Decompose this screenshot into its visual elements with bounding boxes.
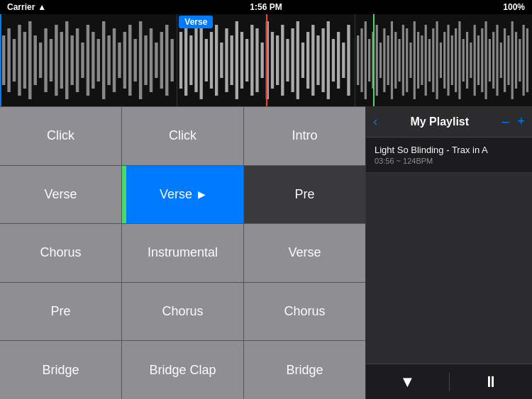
svg-rect-53 xyxy=(281,25,284,96)
svg-rect-105 xyxy=(499,43,501,78)
svg-rect-111 xyxy=(522,25,524,96)
status-time: 1:56 PM xyxy=(250,2,282,12)
svg-rect-98 xyxy=(473,25,475,96)
carrier-label: Carrier xyxy=(7,2,35,12)
svg-rect-83 xyxy=(417,32,419,89)
playhead-blue xyxy=(0,14,1,106)
pad-bridge-1[interactable]: Bridge xyxy=(0,341,121,399)
svg-rect-104 xyxy=(496,25,498,96)
waveform-section-3[interactable] xyxy=(355,14,532,106)
svg-rect-24 xyxy=(128,25,131,96)
svg-rect-95 xyxy=(462,39,464,82)
svg-rect-42 xyxy=(226,28,228,92)
svg-rect-101 xyxy=(484,21,487,99)
svg-rect-85 xyxy=(424,25,426,96)
svg-rect-30 xyxy=(160,32,163,89)
sidebar-bottom: ▼ ⏸ xyxy=(366,364,532,399)
playlist-title: My Playlist xyxy=(410,116,469,128)
svg-rect-64 xyxy=(337,32,340,89)
svg-rect-97 xyxy=(470,43,472,78)
svg-rect-54 xyxy=(287,39,289,82)
svg-rect-52 xyxy=(276,35,279,85)
svg-rect-68 xyxy=(360,28,362,92)
svg-rect-2 xyxy=(13,39,16,82)
svg-rect-60 xyxy=(317,35,320,85)
sidebar-track[interactable]: Light So Blinding - Trax in A 03:56 ~ 12… xyxy=(366,137,532,173)
down-arrow-button[interactable]: ▼ xyxy=(366,373,449,391)
verse-label: Verse xyxy=(179,16,213,28)
svg-rect-1 xyxy=(7,28,10,92)
svg-rect-51 xyxy=(271,32,274,89)
svg-rect-103 xyxy=(492,32,494,89)
pad-chorus-1[interactable]: Chorus xyxy=(0,224,121,282)
minus-button[interactable]: – xyxy=(501,114,509,129)
pause-button[interactable]: ⏸ xyxy=(449,373,532,391)
svg-rect-74 xyxy=(383,28,385,92)
svg-rect-21 xyxy=(113,28,116,92)
pad-click-1[interactable]: Click xyxy=(0,107,121,165)
pad-click-2[interactable]: Click xyxy=(122,107,243,165)
svg-rect-34 xyxy=(184,25,187,96)
svg-rect-32 xyxy=(170,39,173,82)
sidebar-actions: – + xyxy=(501,114,525,129)
pad-intro[interactable]: Intro xyxy=(244,107,365,165)
svg-rect-11 xyxy=(60,32,63,89)
svg-rect-4 xyxy=(23,32,26,89)
svg-rect-25 xyxy=(133,39,136,82)
waveform-section-2[interactable]: Verse xyxy=(177,14,355,106)
pad-chorus-2[interactable]: Chorus xyxy=(122,283,243,341)
pad-bridge-2[interactable]: Bridge xyxy=(244,341,365,399)
pad-bridge-clap[interactable]: Bridge Clap xyxy=(122,341,243,399)
svg-rect-49 xyxy=(261,43,264,78)
main-content: Click Click Intro Verse Verse ▶ Pre Chor… xyxy=(0,106,532,399)
pad-chorus-3[interactable]: Chorus xyxy=(244,283,365,341)
add-button[interactable]: + xyxy=(517,114,525,129)
svg-rect-58 xyxy=(306,32,309,89)
svg-rect-81 xyxy=(409,43,411,78)
svg-rect-19 xyxy=(102,21,105,99)
status-bar: Carrier ▲ 1:56 PM 100% xyxy=(0,0,532,14)
svg-rect-91 xyxy=(447,25,449,96)
waveform-svg-3 xyxy=(355,14,532,106)
pad-verse-2[interactable]: Verse xyxy=(244,224,365,282)
playhead-green xyxy=(373,14,375,106)
svg-rect-92 xyxy=(450,35,453,85)
svg-rect-47 xyxy=(250,25,253,96)
svg-rect-76 xyxy=(391,21,393,99)
back-button[interactable]: ‹ xyxy=(373,114,377,129)
svg-rect-31 xyxy=(165,25,168,96)
waveform-section-1[interactable] xyxy=(0,14,177,106)
svg-rect-55 xyxy=(292,28,294,92)
svg-rect-57 xyxy=(301,43,304,78)
svg-rect-86 xyxy=(428,39,431,82)
pad-pre-2[interactable]: Pre xyxy=(0,283,121,341)
pad-verse-1[interactable]: Verse xyxy=(0,166,121,224)
svg-rect-37 xyxy=(200,21,203,99)
svg-rect-15 xyxy=(81,43,84,78)
svg-rect-67 xyxy=(357,35,359,85)
svg-rect-8 xyxy=(44,28,47,92)
svg-rect-110 xyxy=(519,39,521,82)
svg-rect-75 xyxy=(387,35,389,85)
svg-rect-6 xyxy=(33,35,36,85)
pad-verse-active[interactable]: Verse ▶ xyxy=(122,166,243,224)
battery-label: 100% xyxy=(503,2,525,12)
pad-instrumental[interactable]: Instrumental xyxy=(122,224,243,282)
pad-pre-1[interactable]: Pre xyxy=(244,166,365,224)
svg-rect-89 xyxy=(439,43,441,78)
pads-area: Click Click Intro Verse Verse ▶ Pre Chor… xyxy=(0,106,365,399)
waveform-svg-1 xyxy=(0,14,177,106)
svg-rect-45 xyxy=(240,32,243,89)
svg-rect-96 xyxy=(466,32,468,89)
svg-rect-59 xyxy=(311,25,314,96)
svg-rect-29 xyxy=(155,43,157,78)
svg-rect-26 xyxy=(139,21,142,99)
svg-rect-43 xyxy=(231,35,233,85)
waveform-area: Verse xyxy=(0,14,532,106)
svg-rect-79 xyxy=(401,25,404,96)
svg-rect-78 xyxy=(398,39,400,82)
svg-rect-0 xyxy=(2,35,5,85)
status-left: Carrier ▲ xyxy=(7,2,46,12)
svg-rect-90 xyxy=(443,32,445,89)
svg-rect-102 xyxy=(488,39,490,82)
